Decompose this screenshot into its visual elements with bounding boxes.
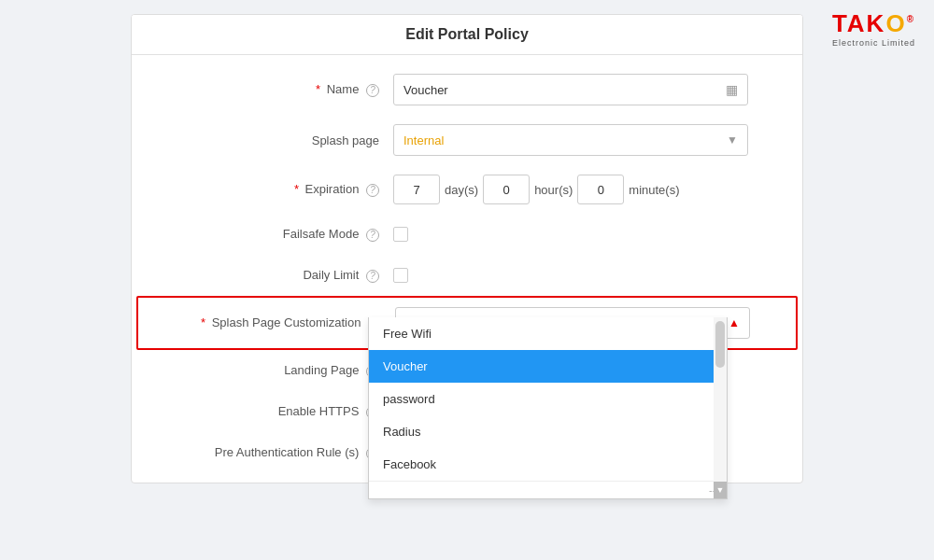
name-value: Voucher bbox=[403, 83, 448, 97]
scroll-down-icon: ▼ bbox=[716, 485, 725, 495]
expiration-days-input[interactable] bbox=[393, 175, 440, 204]
name-icon: ▦ bbox=[726, 82, 738, 97]
logo: TAKO® Electronic Limited bbox=[832, 9, 915, 48]
splash-page-row: Splash page Internal ▼ bbox=[132, 115, 802, 165]
expiration-help-icon[interactable]: ? bbox=[366, 184, 379, 197]
dropdown-scrollbar-thumb[interactable] bbox=[715, 321, 725, 368]
expiration-label-text: Expiration bbox=[305, 182, 360, 196]
daily-limit-row: Daily Limit ? bbox=[132, 255, 802, 296]
daily-limit-checkbox[interactable] bbox=[393, 268, 408, 283]
failsafe-control bbox=[393, 227, 784, 242]
expiration-control: day(s) hour(s) minute(s) bbox=[393, 175, 784, 204]
name-row: * Name ? Voucher ▦ bbox=[132, 64, 802, 115]
dropdown-scrollbar: ▼ bbox=[714, 317, 727, 498]
name-input[interactable]: Voucher ▦ bbox=[393, 74, 748, 105]
name-label-text: Name bbox=[327, 82, 360, 96]
daily-limit-label-text: Daily Limit bbox=[303, 268, 359, 282]
splash-page-label-text: Splash page bbox=[312, 133, 379, 147]
name-required-star: * bbox=[316, 82, 320, 96]
dropdown-item-radius[interactable]: Radius bbox=[369, 415, 727, 448]
splash-custom-dropdown: Free Wifi Voucher password Radius Facebo… bbox=[368, 317, 728, 499]
failsafe-checkbox[interactable] bbox=[393, 227, 408, 242]
splash-page-select[interactable]: Internal ▼ bbox=[393, 124, 748, 156]
dropdown-item-voucher[interactable]: Voucher bbox=[369, 350, 727, 383]
logo-subtitle: Electronic Limited bbox=[832, 38, 915, 48]
landing-page-label-text: Landing Page bbox=[284, 363, 359, 377]
expiration-row: * Expiration ? day(s) hour(s) minute(s) bbox=[132, 165, 802, 214]
dropdown-scroll-down[interactable]: ▼ bbox=[714, 482, 727, 498]
logo-highlight: O bbox=[885, 9, 906, 37]
pre-auth-label: Pre Authentication Rule (s) ? bbox=[150, 445, 393, 460]
minutes-label: minute(s) bbox=[629, 183, 679, 197]
failsafe-label: Failsafe Mode ? bbox=[150, 227, 393, 242]
name-control: Voucher ▦ bbox=[393, 74, 784, 105]
enable-https-label: Enable HTTPS ? bbox=[150, 404, 393, 419]
splash-custom-label: * Splash Page Customization ? bbox=[152, 315, 395, 330]
dropdown-item-freewifi[interactable]: Free Wifi bbox=[369, 317, 727, 350]
failsafe-help-icon[interactable]: ? bbox=[366, 229, 379, 242]
panel-title: Edit Portal Policy bbox=[132, 15, 802, 55]
expiration-required-star: * bbox=[294, 182, 299, 196]
splash-custom-label-text: Splash Page Customization bbox=[212, 315, 361, 329]
days-label: day(s) bbox=[445, 183, 478, 197]
daily-limit-control bbox=[393, 268, 784, 283]
pre-auth-label-text: Pre Authentication Rule (s) bbox=[215, 445, 360, 459]
dropdown-item-password[interactable]: password bbox=[369, 383, 727, 415]
failsafe-row: Failsafe Mode ? bbox=[132, 214, 802, 255]
daily-limit-label: Daily Limit ? bbox=[150, 268, 393, 283]
splash-page-value: Internal bbox=[403, 133, 444, 147]
expiration-inputs: day(s) hour(s) minute(s) bbox=[393, 175, 784, 204]
daily-limit-help-icon[interactable]: ? bbox=[366, 270, 379, 283]
expiration-minutes-input[interactable] bbox=[577, 175, 624, 204]
expiration-label: * Expiration ? bbox=[150, 182, 393, 197]
dropdown-item-facebook[interactable]: Facebook bbox=[369, 448, 727, 481]
splash-page-arrow-icon: ▼ bbox=[727, 133, 738, 147]
hours-label: hour(s) bbox=[534, 183, 573, 197]
failsafe-label-text: Failsafe Mode bbox=[283, 227, 360, 241]
splash-custom-required-star: * bbox=[201, 315, 205, 329]
name-help-icon[interactable]: ? bbox=[366, 84, 379, 97]
logo-text: TAKO® bbox=[832, 9, 915, 38]
expiration-hours-input[interactable] bbox=[483, 175, 530, 204]
name-label: * Name ? bbox=[150, 82, 393, 97]
splash-page-control: Internal ▼ bbox=[393, 124, 784, 156]
landing-page-label: Landing Page ? bbox=[150, 363, 393, 378]
logo-reg: ® bbox=[907, 14, 915, 24]
splash-page-label: Splash page bbox=[150, 133, 393, 147]
enable-https-label-text: Enable HTTPS bbox=[278, 404, 360, 418]
splash-custom-arrow-icon: ▲ bbox=[729, 316, 740, 329]
